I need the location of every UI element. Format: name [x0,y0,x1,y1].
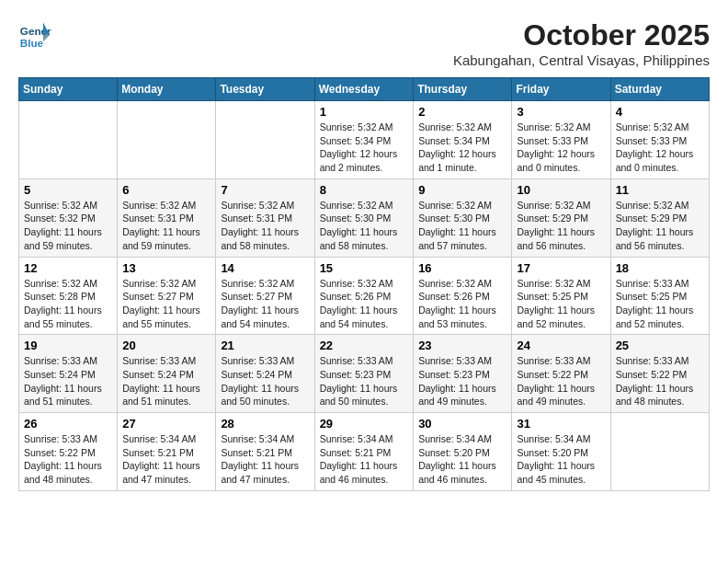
day-number: 20 [122,339,210,352]
day-info: Sunrise: 5:33 AMSunset: 5:24 PMDaylight:… [24,354,112,408]
calendar-week-row: 19Sunrise: 5:33 AMSunset: 5:24 PMDayligh… [19,335,710,413]
day-info: Sunrise: 5:32 AMSunset: 5:27 PMDaylight:… [122,277,210,331]
day-info: Sunrise: 5:33 AMSunset: 5:23 PMDaylight:… [320,354,409,408]
calendar-cell: 6Sunrise: 5:32 AMSunset: 5:31 PMDaylight… [118,178,216,257]
month-title: October 2025 [453,18,710,52]
day-number: 31 [517,417,605,431]
weekday-header: Sunday [19,78,118,101]
day-info: Sunrise: 5:32 AMSunset: 5:28 PMDaylight:… [24,277,112,331]
day-number: 6 [122,183,210,197]
calendar-week-row: 5Sunrise: 5:32 AMSunset: 5:32 PMDaylight… [19,178,710,257]
day-info: Sunrise: 5:33 AMSunset: 5:22 PMDaylight:… [616,354,704,408]
calendar-cell: 27Sunrise: 5:34 AMSunset: 5:21 PMDayligh… [118,413,216,491]
calendar-cell: 8Sunrise: 5:32 AMSunset: 5:30 PMDaylight… [314,178,414,257]
calendar-cell: 29Sunrise: 5:34 AMSunset: 5:21 PMDayligh… [314,413,414,491]
day-number: 2 [418,105,506,119]
day-info: Sunrise: 5:32 AMSunset: 5:33 PMDaylight:… [616,121,704,175]
day-number: 7 [221,183,309,197]
day-number: 16 [418,261,506,275]
day-number: 3 [517,105,605,119]
day-info: Sunrise: 5:34 AMSunset: 5:21 PMDaylight:… [122,432,210,487]
calendar-cell: 1Sunrise: 5:32 AMSunset: 5:34 PMDaylight… [314,101,414,179]
calendar-cell: 12Sunrise: 5:32 AMSunset: 5:28 PMDayligh… [19,257,118,335]
day-info: Sunrise: 5:32 AMSunset: 5:32 PMDaylight:… [24,199,112,253]
logo: General Blue [18,18,55,52]
calendar-cell: 31Sunrise: 5:34 AMSunset: 5:20 PMDayligh… [512,413,610,491]
day-number: 30 [418,417,506,431]
calendar-week-row: 12Sunrise: 5:32 AMSunset: 5:28 PMDayligh… [19,257,710,335]
day-number: 14 [221,261,309,275]
calendar-cell: 26Sunrise: 5:33 AMSunset: 5:22 PMDayligh… [19,413,118,491]
logo-icon: General Blue [18,18,51,52]
day-number: 24 [517,339,605,352]
day-number: 28 [221,417,309,431]
day-info: Sunrise: 5:32 AMSunset: 5:26 PMDaylight:… [418,277,506,331]
day-info: Sunrise: 5:32 AMSunset: 5:30 PMDaylight:… [418,199,506,253]
calendar-cell: 28Sunrise: 5:34 AMSunset: 5:21 PMDayligh… [216,413,314,491]
day-info: Sunrise: 5:34 AMSunset: 5:21 PMDaylight:… [221,432,309,487]
day-number: 5 [24,183,112,197]
day-number: 27 [122,417,210,431]
day-number: 25 [616,339,704,352]
calendar-cell: 16Sunrise: 5:32 AMSunset: 5:26 PMDayligh… [414,257,512,335]
day-info: Sunrise: 5:32 AMSunset: 5:33 PMDaylight:… [517,121,605,175]
day-info: Sunrise: 5:33 AMSunset: 5:24 PMDaylight:… [221,354,309,408]
day-info: Sunrise: 5:33 AMSunset: 5:22 PMDaylight:… [517,354,605,408]
calendar-table: SundayMondayTuesdayWednesdayThursdayFrid… [18,77,710,491]
weekday-header: Friday [512,78,610,101]
calendar-cell: 18Sunrise: 5:33 AMSunset: 5:25 PMDayligh… [610,257,709,335]
day-number: 29 [320,417,409,431]
calendar-cell: 13Sunrise: 5:32 AMSunset: 5:27 PMDayligh… [118,257,216,335]
day-info: Sunrise: 5:32 AMSunset: 5:34 PMDaylight:… [320,121,409,175]
calendar-cell: 21Sunrise: 5:33 AMSunset: 5:24 PMDayligh… [216,335,314,413]
calendar-cell: 19Sunrise: 5:33 AMSunset: 5:24 PMDayligh… [19,335,118,413]
day-info: Sunrise: 5:34 AMSunset: 5:21 PMDaylight:… [320,432,409,487]
weekday-header: Saturday [610,78,709,101]
calendar-week-row: 26Sunrise: 5:33 AMSunset: 5:22 PMDayligh… [19,413,710,491]
day-number: 15 [320,261,409,275]
day-info: Sunrise: 5:33 AMSunset: 5:25 PMDaylight:… [616,277,704,331]
day-number: 22 [320,339,409,352]
day-number: 23 [418,339,506,352]
day-info: Sunrise: 5:32 AMSunset: 5:31 PMDaylight:… [221,199,309,253]
day-info: Sunrise: 5:32 AMSunset: 5:26 PMDaylight:… [320,277,409,331]
calendar-cell: 25Sunrise: 5:33 AMSunset: 5:22 PMDayligh… [610,335,709,413]
day-number: 19 [24,339,112,352]
day-number: 13 [122,261,210,275]
day-number: 8 [320,183,409,197]
calendar-cell [610,413,709,491]
day-number: 18 [616,261,704,275]
day-info: Sunrise: 5:32 AMSunset: 5:29 PMDaylight:… [616,199,704,253]
day-number: 21 [221,339,309,352]
day-info: Sunrise: 5:32 AMSunset: 5:25 PMDaylight:… [517,277,605,331]
day-number: 1 [320,105,409,119]
calendar-cell [118,101,216,179]
calendar-cell: 5Sunrise: 5:32 AMSunset: 5:32 PMDaylight… [19,178,118,257]
page-header: General Blue October 2025 Kabungahan, Ce… [18,18,710,68]
calendar-cell [216,101,314,179]
calendar-cell: 14Sunrise: 5:32 AMSunset: 5:27 PMDayligh… [216,257,314,335]
calendar-cell: 15Sunrise: 5:32 AMSunset: 5:26 PMDayligh… [314,257,414,335]
weekday-header-row: SundayMondayTuesdayWednesdayThursdayFrid… [19,78,710,101]
day-number: 17 [517,261,605,275]
calendar-cell: 20Sunrise: 5:33 AMSunset: 5:24 PMDayligh… [118,335,216,413]
svg-text:Blue: Blue [20,37,44,49]
day-number: 12 [24,261,112,275]
calendar-cell: 10Sunrise: 5:32 AMSunset: 5:29 PMDayligh… [512,178,610,257]
calendar-cell: 11Sunrise: 5:32 AMSunset: 5:29 PMDayligh… [610,178,709,257]
calendar-cell: 17Sunrise: 5:32 AMSunset: 5:25 PMDayligh… [512,257,610,335]
day-number: 4 [616,105,704,119]
day-info: Sunrise: 5:34 AMSunset: 5:20 PMDaylight:… [517,432,605,487]
calendar-cell: 23Sunrise: 5:33 AMSunset: 5:23 PMDayligh… [414,335,512,413]
calendar-cell: 9Sunrise: 5:32 AMSunset: 5:30 PMDaylight… [414,178,512,257]
calendar-cell: 24Sunrise: 5:33 AMSunset: 5:22 PMDayligh… [512,335,610,413]
calendar-cell: 3Sunrise: 5:32 AMSunset: 5:33 PMDaylight… [512,101,610,179]
location-title: Kabungahan, Central Visayas, Philippines [453,52,710,68]
weekday-header: Wednesday [314,78,414,101]
calendar-cell: 4Sunrise: 5:32 AMSunset: 5:33 PMDaylight… [610,101,709,179]
day-info: Sunrise: 5:32 AMSunset: 5:30 PMDaylight:… [320,199,409,253]
day-number: 9 [418,183,506,197]
day-info: Sunrise: 5:33 AMSunset: 5:23 PMDaylight:… [418,354,506,408]
day-info: Sunrise: 5:34 AMSunset: 5:20 PMDaylight:… [418,432,506,487]
day-info: Sunrise: 5:33 AMSunset: 5:22 PMDaylight:… [24,432,112,487]
